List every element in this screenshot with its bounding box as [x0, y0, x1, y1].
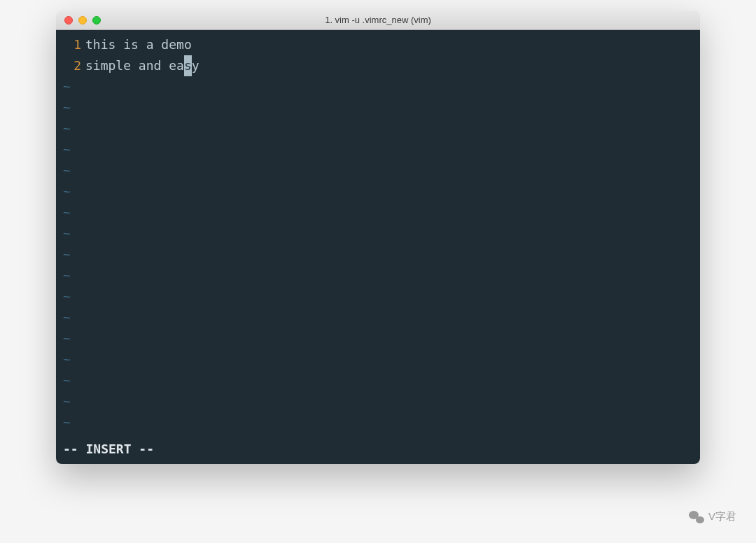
line-text-after: y: [192, 55, 200, 76]
tilde-icon: ~: [56, 118, 85, 139]
empty-line: ~: [56, 412, 694, 433]
tilde-icon: ~: [56, 223, 85, 244]
maximize-icon[interactable]: [92, 16, 101, 24]
empty-line: ~: [56, 391, 694, 412]
minimize-icon[interactable]: [78, 16, 87, 24]
empty-line: ~: [56, 265, 694, 286]
tilde-icon: ~: [56, 265, 85, 286]
tilde-icon: ~: [56, 286, 85, 307]
tilde-icon: ~: [56, 412, 85, 433]
line-number: 2: [56, 55, 85, 76]
empty-line: ~: [56, 328, 694, 349]
window-controls: [56, 16, 101, 24]
line-text-before: simple and ea: [85, 55, 184, 76]
tilde-icon: ~: [56, 391, 85, 412]
empty-line: ~: [56, 181, 694, 202]
empty-line: ~: [56, 307, 694, 328]
tilde-icon: ~: [56, 244, 85, 265]
empty-line: ~: [56, 118, 694, 139]
tilde-icon: ~: [56, 76, 85, 97]
empty-line: ~: [56, 139, 694, 160]
tilde-icon: ~: [56, 307, 85, 328]
empty-line: ~: [56, 223, 694, 244]
empty-line: ~: [56, 97, 694, 118]
line-number: 1: [56, 34, 85, 55]
editor-area[interactable]: 1 this is a demo 2 simple and easy ~~~~~…: [56, 30, 700, 464]
line-text: this is a demo: [85, 34, 192, 55]
terminal-window: 1. vim -u .vimrc_new (vim) 1 this is a d…: [56, 10, 700, 464]
cursor: s: [184, 55, 192, 76]
titlebar[interactable]: 1. vim -u .vimrc_new (vim): [56, 10, 700, 30]
close-icon[interactable]: [64, 16, 73, 24]
watermark: V字君: [689, 510, 736, 523]
empty-line: ~: [56, 160, 694, 181]
window-title: 1. vim -u .vimrc_new (vim): [56, 15, 700, 25]
tilde-icon: ~: [56, 160, 85, 181]
tilde-icon: ~: [56, 349, 85, 370]
tilde-icon: ~: [56, 97, 85, 118]
mode-indicator: -- INSERT --: [63, 439, 154, 460]
watermark-label: V字君: [708, 510, 736, 523]
editor-line: 1 this is a demo: [56, 34, 694, 55]
empty-line: ~: [56, 244, 694, 265]
wechat-icon: [689, 511, 704, 523]
empty-line: ~: [56, 286, 694, 307]
tilde-icon: ~: [56, 328, 85, 349]
tilde-icon: ~: [56, 370, 85, 391]
empty-line: ~: [56, 202, 694, 223]
empty-line: ~: [56, 349, 694, 370]
tilde-icon: ~: [56, 202, 85, 223]
editor-line: 2 simple and easy: [56, 55, 694, 76]
tilde-icon: ~: [56, 139, 85, 160]
empty-line: ~: [56, 76, 694, 97]
empty-line: ~: [56, 370, 694, 391]
tilde-icon: ~: [56, 181, 85, 202]
